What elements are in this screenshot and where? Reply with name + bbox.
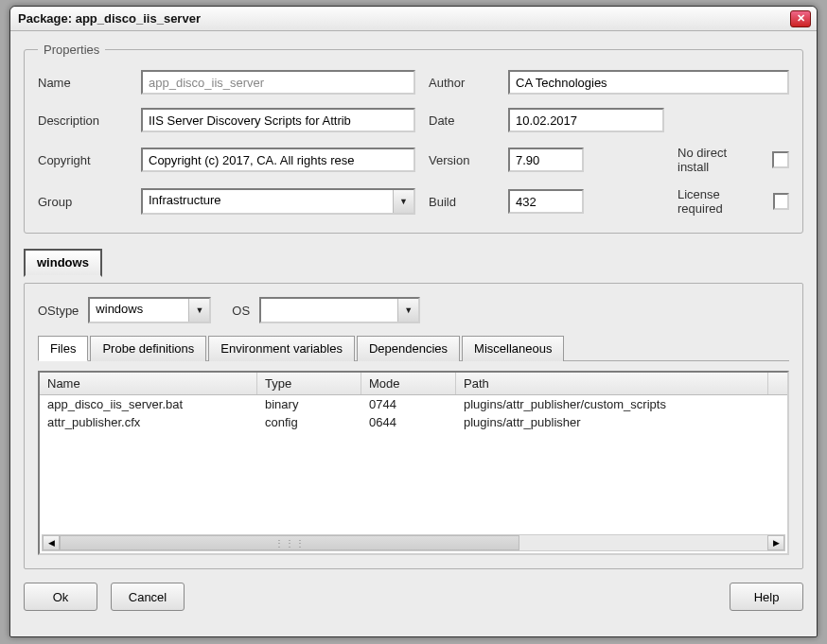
window-title: Package: app_disco_iis_server [18, 11, 790, 26]
ostype-combobox[interactable]: windows ▼ [88, 297, 211, 323]
scroll-right-button[interactable]: ▶ [767, 535, 784, 550]
col-type[interactable]: Type [257, 373, 361, 394]
table-row[interactable]: app_disco_iis_server.bat binary 0744 plu… [40, 395, 787, 413]
group-combobox[interactable]: Infrastructure ▼ [141, 188, 415, 215]
name-input[interactable] [141, 70, 415, 95]
license-required-label: License required [677, 187, 760, 216]
button-row: Ok Cancel Help [24, 583, 803, 611]
ostype-value: windows [90, 299, 188, 322]
chevron-left-icon: ◀ [48, 538, 55, 548]
cancel-button[interactable]: Cancel [111, 583, 185, 611]
author-input[interactable] [508, 70, 789, 95]
version-label: Version [429, 153, 495, 167]
properties-legend: Properties [38, 43, 105, 57]
col-mode[interactable]: Mode [361, 373, 456, 394]
subtab-probe-definitions[interactable]: Probe definitions [90, 336, 206, 361]
close-button[interactable]: ✕ [790, 10, 811, 27]
package-dialog: Package: app_disco_iis_server ✕ Properti… [9, 6, 818, 637]
ok-button[interactable]: Ok [24, 583, 97, 611]
grip-icon: ⋮⋮⋮ [274, 538, 306, 548]
cell-path: plugins/attr_publisher [456, 413, 768, 431]
chevron-down-icon: ▼ [399, 198, 408, 206]
os-dropdown-button[interactable]: ▼ [397, 299, 418, 322]
scroll-left-button[interactable]: ◀ [43, 535, 60, 550]
cell-type: binary [257, 395, 361, 413]
chevron-down-icon: ▼ [404, 306, 413, 315]
main-tab-row: windows [24, 249, 803, 277]
cell-mode: 0744 [361, 395, 456, 413]
no-direct-install-checkbox[interactable] [772, 151, 789, 168]
author-label: Author [429, 76, 495, 90]
sub-tab-row: Files Probe definitions Environment vari… [38, 335, 789, 361]
titlebar[interactable]: Package: app_disco_iis_server ✕ [10, 7, 817, 31]
group-value: Infrastructure [143, 190, 393, 213]
date-input[interactable] [508, 108, 664, 132]
license-required-checkbox[interactable] [773, 193, 789, 210]
close-icon: ✕ [797, 12, 805, 25]
os-value [261, 299, 397, 322]
tab-panel: OStype windows ▼ OS ▼ Files Probe defini… [24, 283, 803, 569]
version-input[interactable] [508, 148, 584, 172]
chevron-right-icon: ▶ [773, 538, 780, 548]
date-label: Date [429, 113, 495, 128]
col-path[interactable]: Path [456, 373, 768, 394]
scroll-thumb[interactable]: ⋮⋮⋮ [60, 535, 519, 550]
os-row: OStype windows ▼ OS ▼ [38, 297, 789, 323]
build-label: Build [429, 195, 495, 209]
properties-group: Properties Name Author Description Date … [24, 43, 803, 234]
subtab-environment-variables[interactable]: Environment variables [208, 336, 355, 361]
help-button[interactable]: Help [730, 583, 803, 611]
description-input[interactable] [141, 108, 415, 132]
chevron-down-icon: ▼ [195, 306, 203, 315]
cell-mode: 0644 [361, 413, 456, 431]
table-row[interactable]: attr_publisher.cfx config 0644 plugins/a… [40, 413, 787, 431]
ostype-dropdown-button[interactable]: ▼ [188, 299, 209, 322]
files-listbox[interactable]: Name Type Mode Path app_disco_iis_server… [38, 371, 789, 555]
description-label: Description [38, 113, 128, 128]
cell-name: attr_publisher.cfx [40, 413, 257, 431]
subtab-miscellaneous[interactable]: Miscellaneous [462, 336, 564, 361]
group-dropdown-button[interactable]: ▼ [393, 190, 414, 213]
os-combobox[interactable]: ▼ [259, 297, 420, 323]
ostype-label: OStype [38, 304, 79, 318]
cell-path: plugins/attr_publisher/custom_scripts [456, 395, 768, 413]
no-direct-install-row: No direct install [677, 146, 789, 174]
scroll-track[interactable]: ⋮⋮⋮ [60, 535, 767, 550]
cell-type: config [257, 413, 361, 431]
properties-grid: Name Author Description Date Copyright V… [38, 70, 789, 216]
cell-name: app_disco_iis_server.bat [40, 395, 257, 413]
copyright-input[interactable] [141, 148, 415, 172]
col-name[interactable]: Name [40, 373, 257, 394]
dialog-body: Properties Name Author Description Date … [10, 31, 817, 620]
name-label: Name [38, 76, 128, 90]
build-input[interactable] [508, 189, 584, 214]
license-required-row: License required [677, 187, 789, 216]
os-label: OS [232, 304, 250, 318]
subtab-dependencies[interactable]: Dependencies [357, 336, 460, 361]
table-header: Name Type Mode Path [40, 373, 787, 395]
copyright-label: Copyright [38, 153, 128, 167]
horizontal-scrollbar[interactable]: ◀ ⋮⋮⋮ ▶ [42, 534, 785, 551]
tab-windows[interactable]: windows [24, 249, 102, 277]
group-label: Group [38, 195, 128, 209]
subtab-files[interactable]: Files [38, 336, 88, 361]
no-direct-install-label: No direct install [677, 146, 759, 174]
